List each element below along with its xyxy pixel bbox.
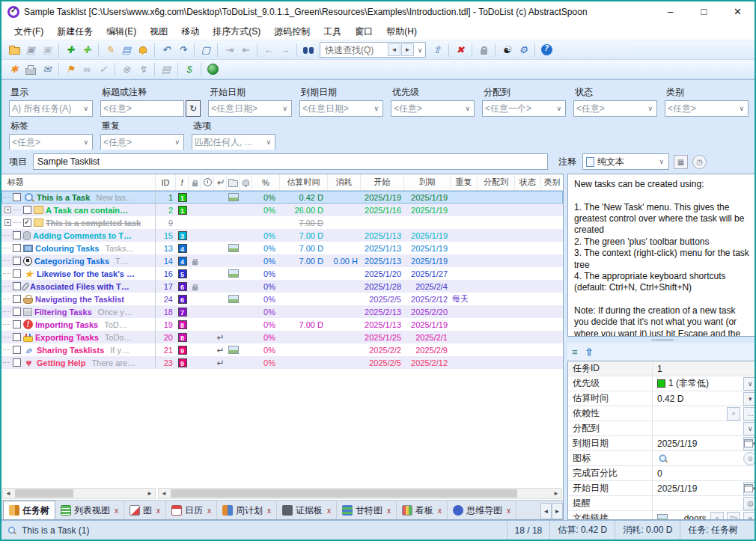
chevron-down-icon[interactable]: ∨	[372, 105, 380, 112]
separator[interactable]	[448, 43, 449, 57]
attr-priority[interactable]: 优先级 1 (非常低) ⌕ … ▾ ▾ ☺	[568, 376, 756, 391]
preferences-gear-icon[interactable]: ⚙	[515, 42, 531, 58]
column-time[interactable]	[201, 174, 214, 190]
attr-start-date[interactable]: 开始日期 2025/1/19 ⌕ … ▾ ▾ ☺	[568, 481, 756, 496]
separator[interactable]	[98, 43, 99, 57]
bell-icon[interactable]	[743, 497, 756, 510]
attr-percent-done[interactable]: 完成百分比 0 ⌕ … ▾ ▾ ☺	[568, 466, 756, 481]
task-checkbox[interactable]	[13, 231, 21, 239]
close-icon[interactable]: x	[267, 507, 271, 515]
column-id[interactable]: ID	[156, 174, 176, 190]
task-checkbox[interactable]	[13, 308, 21, 316]
minimize-button[interactable]: –	[653, 1, 687, 22]
close-icon[interactable]: x	[207, 507, 211, 515]
separator[interactable]	[154, 43, 155, 57]
spin-down-icon[interactable]: ▾	[743, 392, 756, 406]
tab-kanban[interactable]: 看板 x	[397, 501, 448, 519]
menu-edit[interactable]: 编辑(E)	[100, 22, 143, 40]
tab-task-tree[interactable]: 任务树 x	[3, 501, 55, 519]
task-checkbox[interactable]	[13, 320, 21, 328]
table-row[interactable]: + Filtering Tasks Once y… 18 7 ↵	[1, 305, 563, 318]
attr-file-link[interactable]: 文件链接 doors.jpg ⌕ … ▾ ▾ ☺	[568, 511, 756, 520]
chevron-down-icon[interactable]: ∨	[281, 105, 289, 112]
table-row[interactable]: + Associated Files with T… 17 6 ↵	[1, 280, 563, 293]
project-input[interactable]	[33, 153, 548, 170]
column-due[interactable]: 到期	[404, 174, 451, 190]
search-icon[interactable]: ⌕	[710, 512, 724, 521]
undo-icon[interactable]: ↶	[158, 42, 174, 58]
find-tasks-icon[interactable]	[300, 42, 317, 58]
comments-clock-button[interactable]: ◷	[692, 155, 707, 169]
close-icon[interactable]: x	[115, 507, 118, 515]
comments-format-combo[interactable]: 纯文本 ∨	[582, 153, 669, 170]
smiley-icon[interactable]: ☺	[743, 452, 756, 465]
attr-assigned-to[interactable]: 分配到 ⌕ … ▾ ▾ ☺	[568, 421, 756, 436]
column-assigned[interactable]: 分配到	[478, 174, 515, 190]
menu-file[interactable]: 文件(F)	[7, 22, 50, 40]
column-category[interactable]: 类别	[541, 174, 563, 190]
close-icon[interactable]: x	[156, 507, 160, 515]
tab-week-planner[interactable]: 周计划 x	[217, 501, 277, 519]
separator[interactable]	[296, 43, 297, 57]
close-icon[interactable]: x	[387, 507, 391, 515]
attr-due-date[interactable]: 到期日期 2025/1/19 ⌕ … ▾ ▾ ☺	[568, 436, 756, 451]
menu-source-control[interactable]: 源码控制	[267, 22, 317, 40]
sort-attributes-icon[interactable]: ⇧	[585, 346, 594, 358]
task-checkbox[interactable]	[13, 257, 21, 265]
menu-view[interactable]: 视图	[143, 22, 174, 40]
scroll-right-icon[interactable]: ►	[551, 490, 561, 497]
separator[interactable]	[257, 43, 257, 57]
refresh-icon[interactable]: ↻	[186, 100, 201, 117]
column-estimate[interactable]: 估算时间	[280, 174, 328, 190]
email-icon[interactable]: ✉	[39, 61, 55, 78]
task-checkbox[interactable]	[23, 218, 31, 227]
separator[interactable]	[58, 43, 59, 57]
column-lock[interactable]	[189, 174, 201, 190]
tree-hscrollbar[interactable]: ◄ ►	[2, 488, 156, 499]
column-recurrence[interactable]	[214, 174, 227, 190]
chevron-down-icon[interactable]: ∨	[463, 105, 472, 112]
chevron-down-icon[interactable]: ∨	[82, 105, 90, 112]
edit-task-icon[interactable]: ✎	[102, 42, 118, 58]
attr-estimated-time[interactable]: 估算时间 0.42 D ⌕ … ▾ ▾ ☺	[568, 391, 756, 406]
close-icon[interactable]: x	[438, 507, 442, 515]
lock-readonly-icon[interactable]	[475, 42, 492, 58]
save-all-icon[interactable]: ▣	[39, 42, 55, 58]
new-tasklist-icon[interactable]: ✱	[6, 61, 22, 78]
table-row[interactable]: + This is a Task New tas… 1 1 ↵	[1, 191, 563, 204]
task-checkbox[interactable]	[23, 206, 31, 214]
table-row[interactable]: + Navigating the Tasklist 24 6 ↵	[1, 293, 563, 305]
task-checkbox[interactable]	[13, 358, 21, 367]
task-checkbox[interactable]	[13, 193, 21, 201]
close-icon[interactable]: x	[507, 507, 510, 515]
table-row[interactable]: + Exporting Tasks ToDo… 20 8 ↵	[1, 331, 563, 343]
quick-find-input[interactable]	[323, 43, 388, 56]
separator[interactable]	[154, 63, 155, 76]
flag-icon[interactable]: ⚑	[62, 61, 79, 78]
close-icon[interactable]: x	[327, 507, 331, 515]
reminder-icon[interactable]	[135, 42, 151, 58]
table-row[interactable]: + A Task can contain… 2 1 ↵	[1, 204, 563, 216]
new-subtask-icon[interactable]: ✚	[79, 42, 95, 58]
chevron-down-icon[interactable]: ∨	[646, 105, 654, 112]
task-checkbox[interactable]	[13, 333, 21, 341]
column-reminder[interactable]	[240, 174, 252, 190]
chevron-down-icon[interactable]: ∨	[743, 512, 756, 521]
table-row[interactable]: + Categorizing Tasks T… 14 4 ↵	[1, 254, 563, 267]
table-row[interactable]: + Likewise for the task's … 16 5 ↵	[1, 267, 563, 280]
columns-hscrollbar[interactable]: ◄ ►	[158, 488, 562, 499]
table-row[interactable]: + Adding Comments to T… 15 3 ↵	[1, 229, 563, 242]
tab-scroll-right-icon[interactable]: ►	[552, 503, 563, 519]
sort-icon[interactable]: ⇧	[429, 42, 445, 58]
attr-dependency[interactable]: 依赖性 ⌕ … ▾ ▾ ☺	[568, 406, 756, 421]
task-checkbox[interactable]	[13, 295, 21, 303]
task-checkbox[interactable]	[13, 244, 21, 252]
separator[interactable]	[177, 63, 178, 76]
chevron-down-icon[interactable]: ∨	[737, 105, 746, 112]
search-icon[interactable]: ⌕	[727, 407, 740, 421]
menu-new-task[interactable]: 新建任务	[50, 22, 100, 40]
expand-icon[interactable]: +	[4, 207, 11, 213]
column-repeat[interactable]: 重复	[451, 174, 478, 190]
next-task-icon[interactable]: →	[277, 42, 293, 58]
chevron-down-icon[interactable]: ∨	[173, 138, 181, 146]
